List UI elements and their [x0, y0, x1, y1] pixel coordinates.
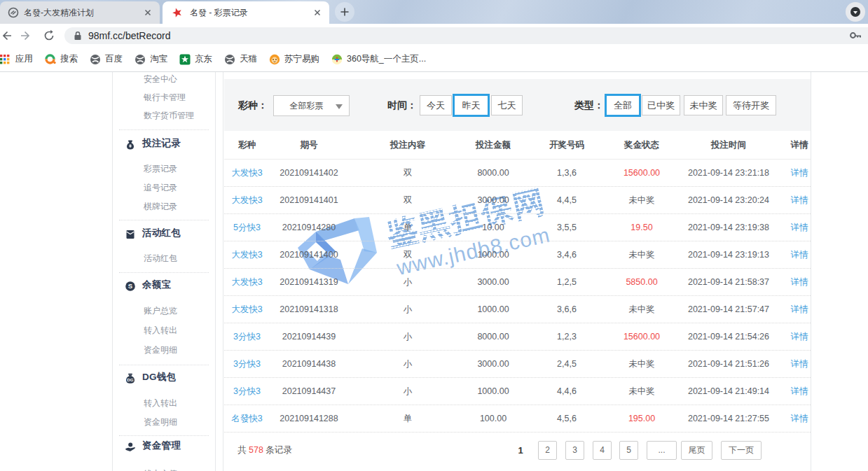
pagination-page-button[interactable]: 3: [565, 441, 584, 460]
detail-link[interactable]: 详情: [788, 296, 811, 323]
table-row: 大发快3202109141401双3000.004,4,5未中奖2021-09-…: [224, 187, 811, 214]
filter-type-button[interactable]: 已中奖: [642, 95, 680, 115]
browser-tab-inactive[interactable]: 名發-大发精准计划: [0, 1, 160, 24]
detail-link[interactable]: 详情: [788, 405, 811, 432]
sidebar-section-header[interactable]: S余额宝: [112, 276, 217, 294]
filter-type-button[interactable]: 未中奖: [684, 95, 723, 115]
cell-lottery[interactable]: 大发快3: [224, 269, 270, 295]
detail-link[interactable]: 详情: [788, 351, 811, 377]
filter-type-label: 类型：: [574, 79, 604, 131]
cell-issue: 202109141319: [270, 269, 348, 295]
media-control-button[interactable]: [846, 2, 865, 22]
sidebar-section-header[interactable]: 资金管理: [112, 437, 217, 455]
sidebar-item[interactable]: 资金明细: [112, 413, 217, 431]
detail-link[interactable]: 详情: [788, 323, 811, 350]
sidebar-item[interactable]: 数字货币管理: [112, 106, 217, 125]
red-star-icon: [172, 7, 183, 18]
key-icon[interactable]: [849, 29, 862, 42]
sidebar-section-header[interactable]: 投注记录: [112, 134, 217, 153]
sidebar-item[interactable]: 转入转出: [112, 394, 217, 412]
detail-link[interactable]: 详情: [788, 269, 811, 295]
pagination-page-button[interactable]: 2: [538, 441, 557, 460]
sidebar-item[interactable]: 账户总览: [112, 302, 217, 320]
detail-link[interactable]: 详情: [788, 187, 811, 213]
cell-time: 2021-09-14 21:58:37: [669, 269, 788, 295]
bookmark-label: 搜索: [60, 53, 78, 65]
sidebar-item[interactable]: 棋牌记录: [112, 197, 217, 216]
back-button[interactable]: [0, 29, 13, 42]
cell-lottery[interactable]: 大发快3: [224, 241, 270, 268]
browser-toolbar: 98mf.cc/betRecord: [0, 24, 868, 47]
svg-text:S: S: [128, 282, 132, 290]
cell-time: 2021-09-14 21:54:26: [669, 323, 788, 350]
cell-issue: 202109141318: [270, 296, 348, 323]
sidebar-item[interactable]: 线上充值: [112, 465, 217, 471]
dg-bag-icon: DG: [125, 372, 136, 383]
cell-lottery[interactable]: 大发快3: [224, 187, 270, 213]
cell-prize: 15600.00: [614, 160, 669, 186]
bookmark-item[interactable]: 京东: [179, 53, 212, 65]
bookmarks-bar: 应用搜索百度淘宝京东天猫苏宁易购360导航_一个主页...: [0, 47, 868, 72]
bookmark-item[interactable]: 应用: [0, 53, 33, 65]
bookmark-item[interactable]: 搜索: [45, 53, 78, 65]
detail-link[interactable]: 详情: [788, 241, 811, 268]
reload-button[interactable]: [43, 29, 55, 42]
sidebar-item[interactable]: 资金明细: [112, 341, 217, 359]
forward-button[interactable]: [20, 29, 32, 42]
pagination-page-button[interactable]: 5: [619, 441, 638, 460]
table-row: 3分快320210914438小3000.002,4,5未中奖2021-09-1…: [224, 351, 811, 378]
tab-close-icon[interactable]: [142, 7, 153, 18]
new-tab-button[interactable]: [335, 2, 354, 22]
sidebar-item[interactable]: 追号记录: [112, 178, 217, 197]
lottery-select[interactable]: 全部彩票: [273, 95, 350, 116]
pagination-page-button[interactable]: ...: [647, 441, 677, 460]
pagination-next-button[interactable]: 下一页: [721, 441, 762, 460]
sidebar-item[interactable]: 彩票记录: [112, 160, 217, 178]
redpacket-icon: [125, 227, 136, 239]
column-header: 期号: [270, 131, 348, 159]
bookmark-item[interactable]: 百度: [90, 53, 123, 65]
sidebar-item[interactable]: 银行卡管理: [112, 88, 217, 106]
bookmark-item[interactable]: 苏宁易购: [269, 53, 319, 65]
cell-lottery[interactable]: 大发快3: [224, 296, 270, 323]
caret-down-icon: [336, 104, 343, 109]
sidebar-item[interactable]: 活动红包: [112, 249, 217, 267]
sidebar-section-header[interactable]: DGDG钱包: [112, 368, 217, 386]
table-row: 大发快3202109141402双8000.001,3,615600.00202…: [224, 160, 811, 187]
filter-time-button[interactable]: 今天: [420, 95, 452, 115]
cell-issue: 20210914438: [270, 351, 348, 377]
cell-lottery[interactable]: 5分快3: [224, 214, 270, 241]
sidebar-item[interactable]: 安全中心: [112, 72, 217, 88]
lock-icon[interactable]: [73, 31, 83, 41]
address-bar[interactable]: 98mf.cc/betRecord: [64, 27, 868, 44]
detail-link[interactable]: 详情: [788, 214, 811, 241]
detail-link[interactable]: 详情: [788, 160, 811, 186]
table-row: 5分快320210914280单10.003,5,519.502021-09-1…: [224, 214, 811, 241]
filter-time-button[interactable]: 七天: [491, 95, 523, 115]
pagination-last-button[interactable]: 尾页: [681, 441, 712, 460]
bookmark-item[interactable]: 淘宝: [135, 53, 167, 65]
plus-icon: [339, 6, 350, 17]
sidebar-section-header[interactable]: 活动红包: [112, 224, 217, 242]
svg-text:DG: DG: [127, 377, 133, 382]
sidebar-divider: [119, 129, 209, 130]
filter-type-button[interactable]: 等待开奖: [726, 95, 776, 115]
cell-lottery[interactable]: 3分快3: [224, 378, 270, 405]
detail-link[interactable]: 详情: [788, 378, 811, 405]
globe-icon: [224, 54, 235, 65]
tab-close-icon[interactable]: [312, 7, 323, 18]
bookmark-item[interactable]: 天猫: [224, 53, 257, 65]
sidebar-item[interactable]: 转入转出: [112, 321, 217, 339]
cell-lottery[interactable]: 3分快3: [224, 323, 270, 350]
pagination-page-button[interactable]: 4: [593, 441, 612, 460]
cell-lottery[interactable]: 大发快3: [224, 160, 270, 186]
bookmark-item[interactable]: 360导航_一个主页...: [331, 53, 426, 65]
url-text[interactable]: 98mf.cc/betRecord: [88, 27, 171, 44]
cell-lottery[interactable]: 名發快3: [224, 405, 270, 432]
filter-time-button[interactable]: 昨天: [453, 94, 490, 117]
cell-lottery[interactable]: 3分快3: [224, 351, 270, 377]
browser-tab-active[interactable]: 名發 - 彩票记录: [163, 1, 329, 24]
cell-amount: 3000.00: [467, 187, 519, 213]
filter-type-button[interactable]: 全部: [605, 94, 641, 117]
cell-time: 2021-09-14 21:49:14: [669, 378, 788, 405]
